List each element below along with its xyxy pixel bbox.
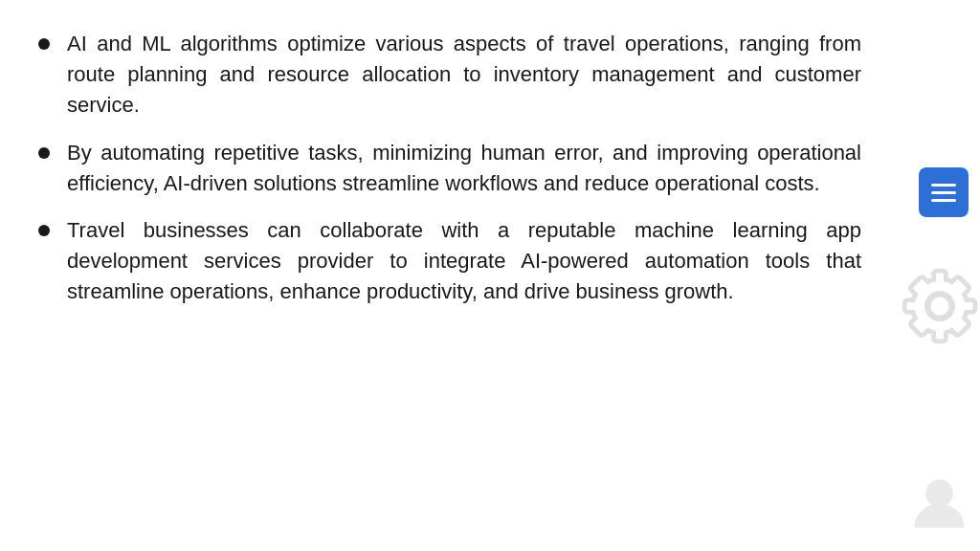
bullet-text: By automating repetitive tasks, minimizi… [67,138,861,199]
menu-icon-bar [931,184,956,187]
bullet-dot [38,147,50,159]
bullet-dot [38,38,50,50]
list-item: By automating repetitive tasks, minimizi… [38,138,861,199]
list-item: AI and ML algorithms optimize various as… [38,29,861,121]
content-area: AI and ML algorithms optimize various as… [0,0,900,353]
gear-icon [902,268,978,344]
menu-icon-bar [931,191,956,194]
bullet-list: AI and ML algorithms optimize various as… [38,29,861,307]
bullet-dot [38,225,50,236]
svg-point-0 [925,479,953,507]
list-item: Travel businesses can collaborate with a… [38,215,861,307]
bullet-text: AI and ML algorithms optimize various as… [67,29,861,121]
menu-icon-bar [931,199,956,202]
bullet-text: Travel businesses can collaborate with a… [67,215,861,307]
menu-button[interactable] [919,167,969,217]
avatar-icon [908,472,970,534]
